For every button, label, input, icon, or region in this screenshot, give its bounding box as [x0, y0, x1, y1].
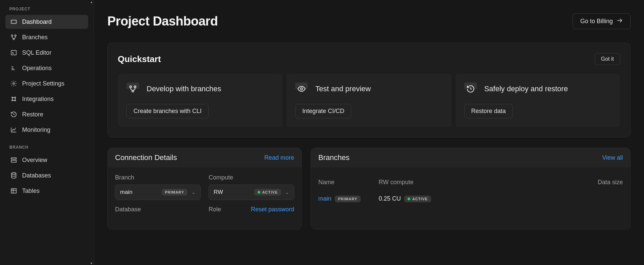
quickstart-card-test: Test and preview Integrate CI/CD — [286, 74, 451, 127]
svg-point-2 — [15, 35, 16, 36]
branch-value: main — [120, 189, 132, 196]
preview-icon — [295, 83, 308, 95]
create-branches-button[interactable]: Create branches with CLI — [126, 104, 209, 118]
got-it-button[interactable]: Got it — [595, 53, 620, 65]
sql-icon — [10, 49, 17, 56]
database-label: Database — [115, 206, 201, 213]
tables-icon — [10, 187, 17, 195]
page-title: Project Dashboard — [107, 14, 218, 29]
read-more-link[interactable]: Read more — [264, 154, 294, 161]
scroll-down-arrow[interactable]: ▾ — [89, 261, 94, 265]
integrations-icon — [10, 95, 17, 103]
sidebar-item-restore[interactable]: Restore — [5, 107, 88, 121]
branches-title: Branches — [318, 153, 350, 162]
column-size: Data size — [463, 179, 623, 186]
sidebar-item-monitoring[interactable]: Monitoring — [5, 123, 88, 137]
svg-rect-11 — [11, 160, 16, 162]
reset-password-link[interactable]: Reset password — [251, 206, 294, 213]
compute-value: RW — [214, 189, 223, 196]
svg-point-1 — [11, 35, 13, 36]
table-row[interactable]: main PRIMARY 0.25 CU ACTIVE — [318, 191, 623, 207]
sidebar-item-tables[interactable]: Tables — [5, 184, 88, 198]
page-header: Project Dashboard Go to Billing — [107, 13, 631, 29]
primary-badge: PRIMARY — [162, 189, 187, 196]
sidebar-item-label: Monitoring — [22, 126, 50, 134]
sidebar-item-label: Integrations — [22, 96, 54, 103]
restore-data-button[interactable]: Restore data — [464, 104, 513, 118]
sidebar-item-integrations[interactable]: Integrations — [5, 92, 88, 106]
sidebar-item-overview[interactable]: Overview — [5, 153, 88, 167]
restore-icon — [10, 111, 17, 118]
integrate-cicd-button[interactable]: Integrate CI/CD — [295, 104, 351, 118]
sidebar-item-label: Branches — [22, 34, 48, 41]
monitoring-icon — [10, 126, 17, 134]
branch-name-link[interactable]: main — [318, 195, 331, 202]
sidebar-item-operations[interactable]: Operations — [5, 61, 88, 75]
section-label-branch: BRANCH — [5, 138, 88, 153]
svg-point-17 — [301, 88, 303, 90]
svg-point-15 — [134, 86, 136, 88]
operations-icon — [10, 64, 17, 72]
svg-point-8 — [12, 100, 13, 101]
connection-details-title: Connection Details — [115, 153, 177, 162]
sidebar-item-sql-editor[interactable]: SQL Editor — [5, 46, 88, 60]
go-to-billing-button[interactable]: Go to Billing — [573, 13, 631, 29]
active-badge: ACTIVE — [404, 196, 431, 202]
compute-select[interactable]: RW ACTIVE ⌄ — [209, 184, 294, 200]
svg-point-16 — [132, 90, 133, 92]
svg-point-3 — [13, 38, 14, 40]
svg-point-9 — [15, 100, 16, 101]
svg-point-7 — [15, 97, 16, 98]
compute-label: Compute — [209, 174, 294, 181]
quickstart-title: Quickstart — [118, 54, 161, 64]
card-title: Test and preview — [315, 85, 371, 93]
sidebar-item-label: Project Settings — [22, 80, 64, 87]
section-label-project: PROJECT — [5, 0, 88, 15]
overview-icon — [10, 156, 17, 164]
svg-point-14 — [130, 86, 131, 88]
branches-panel: Branches View all Name RW compute Data s… — [311, 148, 631, 229]
status-dot-icon — [258, 191, 260, 194]
restore-clock-icon — [464, 83, 477, 95]
svg-rect-13 — [11, 189, 16, 193]
view-all-link[interactable]: View all — [602, 154, 623, 161]
databases-icon — [10, 172, 17, 179]
compute-value: 0.25 CU — [379, 195, 401, 202]
svg-rect-4 — [11, 50, 16, 55]
sidebar-item-label: SQL Editor — [22, 49, 51, 56]
card-title: Develop with branches — [147, 85, 221, 93]
gear-icon — [10, 80, 17, 87]
branches-table-head: Name RW compute Data size — [318, 174, 623, 191]
quickstart-card-deploy: Safely deploy and restore Restore data — [455, 74, 620, 127]
main-content: Project Dashboard Go to Billing Quicksta… — [94, 0, 644, 265]
quickstart-panel: Quickstart Got it Develop with branches … — [107, 43, 631, 138]
dashboard-icon — [10, 18, 17, 25]
branches-icon — [10, 34, 17, 41]
sidebar-item-label: Dashboard — [22, 18, 52, 25]
branch-label: Branch — [115, 174, 201, 181]
button-label: Go to Billing — [580, 18, 613, 25]
branch-select[interactable]: main PRIMARY ⌄ — [115, 184, 201, 200]
card-title: Safely deploy and restore — [484, 85, 568, 93]
scroll-up-arrow[interactable]: ▴ — [89, 0, 94, 4]
sidebar-item-label: Tables — [22, 188, 40, 195]
role-label: Role — [209, 206, 221, 213]
svg-point-5 — [13, 83, 15, 85]
sidebar-item-databases[interactable]: Databases — [5, 168, 88, 182]
sidebar-item-label: Databases — [22, 172, 51, 179]
sidebar-item-label: Operations — [22, 65, 52, 72]
svg-rect-0 — [11, 20, 16, 23]
sidebar-item-branches[interactable]: Branches — [5, 30, 88, 44]
sidebar-item-label: Overview — [22, 157, 47, 164]
svg-point-6 — [12, 97, 13, 98]
sidebar-item-dashboard[interactable]: Dashboard — [5, 15, 88, 29]
arrow-right-icon — [616, 17, 623, 25]
quickstart-card-develop: Develop with branches Create branches wi… — [118, 74, 282, 127]
active-badge: ACTIVE — [254, 189, 281, 196]
sidebar-item-project-settings[interactable]: Project Settings — [5, 76, 88, 91]
chevron-down-icon: ⌄ — [192, 190, 196, 195]
column-name: Name — [318, 179, 372, 186]
chevron-down-icon: ⌄ — [285, 190, 289, 195]
primary-badge: PRIMARY — [335, 196, 361, 202]
svg-rect-10 — [11, 158, 16, 159]
